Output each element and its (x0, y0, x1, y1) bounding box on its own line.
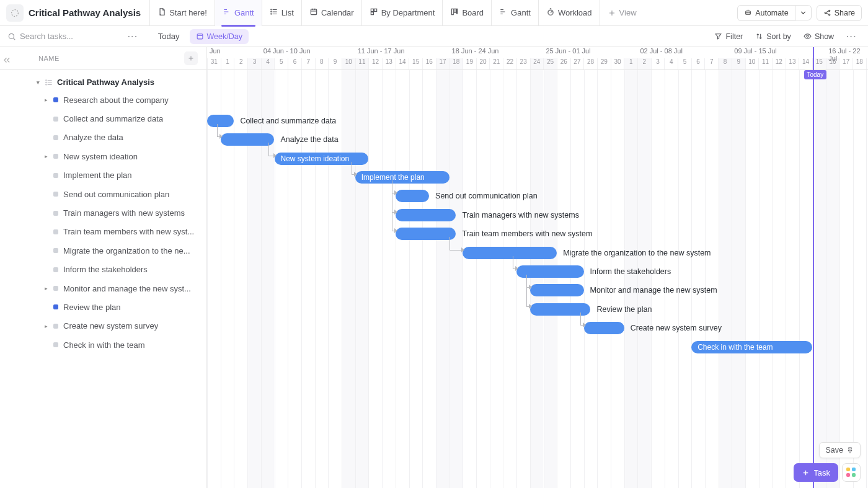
automate-dropdown[interactable] (795, 5, 812, 20)
bar-label: Migrate the organization to the new syst… (563, 247, 711, 259)
task-row[interactable]: Send out communication plan (0, 185, 206, 203)
svg-point-15 (749, 12, 750, 13)
gantt-chart[interactable]: Jun04 Jun - 10 Jun11 Jun - 17 Jun18 Jun … (207, 47, 868, 488)
dependency-arrow-icon (583, 322, 586, 327)
task-row[interactable]: Analyze the data (0, 128, 206, 147)
collapse-sidebar-button[interactable] (0, 53, 14, 67)
day-cell: 8 (315, 58, 329, 69)
gantt-bar[interactable]: Send out communication plan (396, 190, 429, 202)
gantt-bar[interactable]: New system ideation (275, 153, 369, 165)
filter-icon (714, 32, 722, 40)
task-row[interactable]: Implement the plan (0, 166, 206, 185)
group-row[interactable]: ▾ Critical Pathway Analysis (0, 74, 206, 91)
share-icon (823, 9, 831, 17)
status-square (53, 342, 58, 347)
dependency-line (526, 275, 527, 306)
tab-label: Start here! (169, 8, 207, 17)
task-label: Review the plan (63, 303, 121, 312)
project-icon (6, 4, 24, 22)
svg-point-1 (161, 14, 161, 15)
svg-point-12 (548, 10, 553, 15)
filter-button[interactable]: Filter (711, 30, 746, 43)
task-row[interactable]: ▸ Research about the company (0, 91, 206, 109)
status-square (53, 324, 58, 329)
day-cell: 3 (247, 58, 261, 69)
show-label: Show (815, 32, 834, 41)
day-cell: 23 (516, 58, 530, 69)
task-row[interactable]: Train team members with new syst... (0, 223, 206, 241)
today-badge: Today (804, 70, 827, 79)
gantt-bar[interactable]: Migrate the organization to the new syst… (463, 247, 557, 259)
day-cell: 7 (301, 58, 315, 69)
dependency-arrow-icon (515, 266, 518, 271)
show-button[interactable]: Show (800, 30, 838, 43)
bar-label: Collect and summarize data (240, 115, 336, 127)
svg-point-19 (9, 33, 14, 38)
gantt-bar[interactable]: Implement the plan (355, 171, 450, 184)
task-row[interactable]: Migrate the organization to the ne... (0, 241, 206, 260)
task-row[interactable]: ▸ Create new system survey (0, 317, 206, 335)
svg-point-2 (270, 9, 271, 10)
bar-label: Send out communication plan (435, 190, 538, 202)
gantt-bar[interactable]: Review the plan (530, 303, 591, 316)
add-view-button[interactable]: View (600, 0, 644, 26)
add-column-button[interactable] (184, 51, 198, 65)
bar-row: Create new system survey (207, 319, 868, 337)
weekday-label: Week/Day (207, 32, 242, 41)
more-options-button[interactable]: ··· (124, 32, 142, 41)
bar-label: Train team members with new system (462, 228, 592, 240)
tab-gantt[interactable]: Gantt (215, 0, 262, 26)
week-label: Jun (207, 47, 221, 55)
tab-label: Board (462, 8, 484, 17)
bar-label: Create new system survey (631, 322, 722, 334)
tab-label: By Department (381, 8, 435, 17)
dependency-arrow-icon (219, 134, 223, 139)
day-cell: 13 (786, 58, 799, 69)
task-row[interactable]: ▸ New system ideation (0, 147, 206, 166)
tab-board[interactable]: Board (442, 0, 491, 26)
gantt-bar[interactable]: Train managers with new systems (396, 209, 456, 221)
gantt-bar[interactable]: Check in with the team (691, 341, 812, 353)
weekday-toggle[interactable]: Week/Day (190, 29, 249, 44)
gantt-bar[interactable]: Collect and summarize data (207, 115, 234, 127)
task-row[interactable]: Train managers with new systems (0, 203, 206, 222)
share-label: Share (835, 9, 855, 17)
today-button[interactable]: Today (153, 29, 185, 43)
status-square (53, 192, 58, 197)
sort-button[interactable]: Sort by (751, 30, 795, 43)
dependency-line (352, 162, 352, 174)
tab-calendar[interactable]: Calendar (301, 0, 361, 26)
tab-gantt[interactable]: Gantt (491, 0, 538, 26)
tab-start-here-[interactable]: Start here! (149, 0, 215, 26)
bar-row: Check in with the team (207, 338, 868, 357)
share-button[interactable]: Share (817, 5, 862, 21)
gantt-bar[interactable]: Analyze the data (221, 133, 275, 146)
tab-label: Gantt (511, 8, 531, 17)
tab-list[interactable]: List (262, 0, 301, 26)
task-row[interactable]: Check in with the team (0, 335, 206, 354)
day-cell: 9 (328, 58, 342, 69)
status-square (53, 211, 58, 216)
tab-workload[interactable]: Workload (538, 0, 600, 26)
svg-rect-10 (454, 9, 456, 12)
day-cell: 17 (436, 58, 450, 69)
status-square (53, 286, 58, 291)
gantt-bar[interactable]: Monitor and manage the new system (530, 284, 584, 296)
gantt-bar[interactable]: Create new system survey (584, 322, 624, 334)
task-row[interactable]: Review the plan (0, 298, 206, 316)
sort-label: Sort by (766, 32, 791, 41)
task-row[interactable]: ▸ Monitor and manage the new syst... (0, 279, 206, 298)
search-input[interactable]: Search tasks... (7, 32, 119, 41)
task-list: ▾ Critical Pathway Analysis▸ Research ab… (0, 70, 206, 354)
task-row[interactable]: Collect and summarize data (0, 109, 206, 128)
automate-button[interactable]: Automate (737, 5, 795, 21)
page-title[interactable]: Critical Pathway Analysis (29, 7, 141, 18)
gantt-bar[interactable]: Train team members with new system (396, 228, 456, 240)
tab-by-department[interactable]: By Department (361, 0, 443, 26)
bar-row: Train team members with new system (207, 224, 868, 243)
day-cell: 28 (583, 58, 597, 69)
filterbar-more-button[interactable]: ··· (843, 32, 861, 41)
task-row[interactable]: Inform the stakeholders (0, 260, 206, 279)
search-placeholder: Search tasks... (20, 32, 73, 41)
bar-row: Review the plan (207, 300, 868, 319)
